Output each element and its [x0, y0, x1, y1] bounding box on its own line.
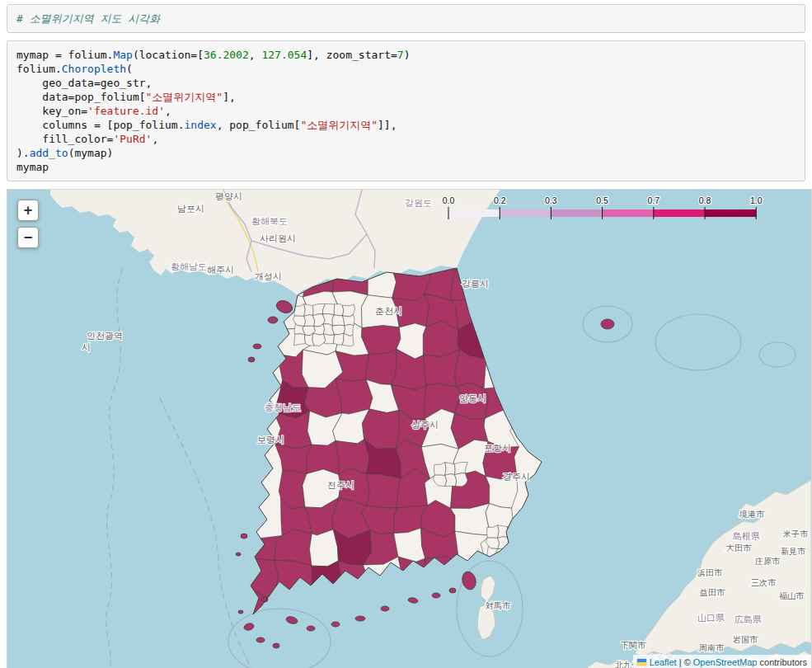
island-region: [432, 593, 440, 598]
code-token: # 소멸위기지역 지도 시각화: [16, 12, 160, 25]
metro-district: [322, 303, 334, 315]
code-token: ], zoom_start=: [307, 49, 397, 61]
metro-district: [323, 334, 334, 344]
map-label: 山口県: [697, 613, 725, 623]
code-line: columns = [pop_folium.index, pop_folium[…: [16, 118, 796, 132]
map-label: 충청남도: [265, 402, 301, 412]
choropleth-region: [367, 474, 401, 509]
map-label: 개성시: [255, 271, 282, 281]
map-label: 사리원시: [260, 233, 296, 243]
map-label: 강릉시: [462, 279, 489, 289]
code-token: columns = [pop_folium.: [16, 119, 185, 131]
island-region: [256, 637, 265, 642]
code-line: fill_color='PuRd',: [16, 132, 796, 146]
map-label: 島根県: [733, 531, 760, 541]
metro-district: [334, 333, 344, 345]
legend-tick-label: 0.3: [545, 195, 557, 205]
zoom-control: + −: [17, 200, 39, 254]
code-token: mymap = folium.: [16, 49, 113, 61]
code-token: folium.: [16, 63, 62, 75]
map-attribution: Leaflet | © OpenStreetMap contributors: [633, 655, 811, 668]
legend-segment: [551, 209, 602, 217]
map-label: 境港市: [739, 510, 765, 519]
code-token: index: [185, 119, 217, 131]
code-token: 7: [397, 49, 404, 61]
zoom-in-button[interactable]: +: [17, 200, 39, 221]
code-cell-comment[interactable]: # 소멸위기지역 지도 시각화: [7, 4, 805, 33]
code-token: "소멸위기지역": [146, 91, 223, 103]
code-token: mymap: [16, 161, 49, 173]
code-line: # 소멸위기지역 지도 시각화: [16, 12, 796, 26]
island-region: [331, 622, 340, 627]
attribution-separator: | ©: [677, 656, 693, 668]
island-region: [307, 626, 315, 631]
island-region: [601, 319, 614, 329]
code-token: "소멸위기지역": [300, 119, 378, 131]
notebook-page: # 소멸위기지역 지도 시각화 mymap = folium.Map(locat…: [0, 0, 812, 668]
code-token: ,: [249, 49, 262, 61]
code-token: (mymap): [68, 147, 114, 159]
osm-link[interactable]: OpenStreetMap: [693, 656, 758, 668]
map-label: 전주시: [327, 480, 354, 490]
map-label: 춘천시: [375, 306, 402, 316]
map-label: 周南市: [699, 643, 725, 652]
island-region: [238, 610, 243, 614]
choropleth-map-canvas[interactable]: 평양시남포시황해북도강원도사리원시황해남도해주시개성시강릉시춘천시인천광역시충청…: [7, 190, 811, 668]
legend-segment: [448, 209, 500, 217]
choropleth-region: [366, 349, 397, 384]
metro-district: [342, 333, 354, 346]
choropleth-region: [336, 351, 369, 381]
code-token: ],: [223, 91, 236, 103]
code-line: mymap: [16, 160, 796, 174]
map-container[interactable]: 평양시남포시황해북도강원도사리원시황해남도해주시개성시강릉시춘천시인천광역시충청…: [7, 189, 812, 668]
map-label: 庄原市: [755, 557, 781, 566]
code-token: (: [126, 63, 133, 75]
ukraine-flag-icon: [637, 659, 646, 666]
map-label: 益田市: [700, 588, 725, 597]
code-token: Map: [113, 49, 132, 61]
choropleth-region: [451, 503, 490, 535]
code-line: key_on='feature.id',: [16, 104, 796, 118]
map-label: 해주시: [207, 265, 234, 275]
map-label: 보령시: [257, 435, 284, 445]
map-label: 岩国市: [733, 635, 758, 644]
map-label: 포항시: [484, 443, 511, 453]
code-token: ]],: [378, 119, 397, 131]
island-region: [381, 606, 389, 611]
legend-segment: [654, 209, 705, 217]
code-token: (location=[: [133, 49, 204, 61]
map-label: 안동시: [459, 393, 486, 403]
island-region: [449, 588, 456, 593]
map-label: 三次市: [751, 578, 777, 587]
map-label: 浜田市: [697, 568, 723, 577]
legend-tick-label: 0.0: [443, 195, 455, 205]
legend-segment: [603, 209, 654, 217]
map-label: 황해남도: [171, 261, 207, 271]
code-token: ).: [16, 147, 30, 159]
island-region: [253, 344, 261, 349]
code-token: , pop_folium[: [217, 119, 301, 131]
map-label: 강원도: [405, 198, 432, 208]
map-label: 상주시: [411, 420, 439, 430]
map-label: 인천광역: [87, 331, 123, 341]
metro-district: [445, 463, 455, 476]
map-label: 시: [82, 342, 91, 352]
code-token: ,: [152, 133, 158, 145]
code-line: ).add_to(mymap): [16, 146, 796, 160]
zoom-out-button[interactable]: −: [17, 227, 39, 248]
metro-district: [342, 315, 354, 326]
code-token: 127.054: [261, 49, 307, 61]
code-token: 36.2002: [204, 49, 249, 61]
code-token: fill_color=: [16, 133, 113, 145]
legend-tick-label: 1.0: [750, 195, 763, 205]
map-label: 広島県: [735, 614, 762, 624]
map-label: 米子市: [782, 529, 809, 539]
island-region: [355, 616, 365, 621]
code-line: folium.Choropleth(: [16, 62, 796, 76]
code-line: mymap = folium.Map(location=[36.2002, 12…: [16, 48, 796, 62]
leaflet-link[interactable]: Leaflet: [650, 656, 677, 668]
map-label: 下関市: [621, 641, 646, 650]
code-cell-main[interactable]: mymap = folium.Map(location=[36.2002, 12…: [7, 40, 805, 181]
code-token: Choropleth: [62, 63, 126, 75]
code-token: data=pop_folium[: [16, 91, 146, 103]
